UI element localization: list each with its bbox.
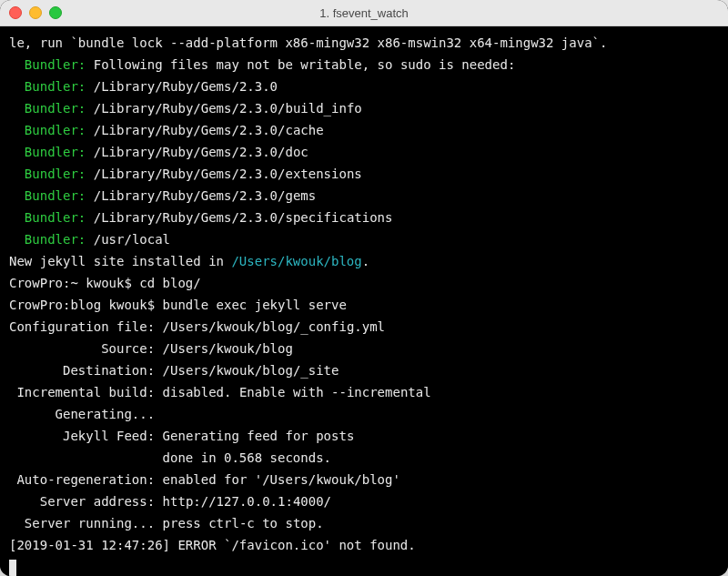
kv-label: Server address:	[40, 494, 155, 509]
command-input: bundle exec jekyll serve	[163, 298, 347, 312]
zoom-icon[interactable]	[49, 6, 62, 19]
kv-value: Generating feed for posts	[163, 429, 355, 443]
kv-value: disabled. Enable with --incremental	[163, 385, 431, 399]
output-line: .	[362, 254, 369, 268]
output-line: /usr/local	[94, 232, 170, 247]
bundler-label: Bundler:	[25, 210, 86, 225]
kv-label: Server running...	[25, 516, 155, 531]
kv-label: Jekyll Feed:	[63, 429, 155, 443]
bundler-label: Bundler:	[25, 145, 86, 159]
install-path: /Users/kwouk/blog	[231, 254, 361, 268]
cursor-icon	[9, 560, 16, 576]
command-input: cd blog/	[139, 276, 200, 290]
kv-value: /Users/kwouk/blog/_config.yml	[163, 319, 385, 334]
prompt: CrowPro:blog kwouk$	[9, 298, 163, 312]
output-line: le, run `bundle lock --add-platform x86-…	[9, 35, 607, 50]
terminal-window: 1. fsevent_watch le, run `bundle lock --…	[0, 0, 728, 576]
kv-label: Source:	[101, 341, 155, 356]
bundler-label: Bundler:	[25, 167, 86, 181]
window-title: 1. fsevent_watch	[0, 6, 728, 20]
kv-label: Generating...	[56, 407, 156, 421]
prompt: CrowPro:~ kwouk$	[9, 276, 139, 290]
traffic-lights	[9, 6, 62, 19]
kv-value: /Users/kwouk/blog/_site	[163, 363, 339, 378]
output-line: /Library/Ruby/Gems/2.3.0/gems	[94, 188, 316, 203]
kv-label: Configuration file:	[9, 319, 155, 334]
kv-value: /Users/kwouk/blog	[163, 341, 293, 356]
bundler-label: Bundler:	[25, 101, 86, 116]
bundler-label: Bundler:	[25, 57, 86, 72]
bundler-label: Bundler:	[25, 188, 86, 203]
kv-label: Destination:	[63, 363, 155, 378]
output-line: done in 0.568 seconds.	[163, 450, 331, 465]
close-icon[interactable]	[9, 6, 22, 19]
kv-label: Incremental build:	[16, 385, 155, 399]
kv-value: enabled for '/Users/kwouk/blog'	[163, 472, 400, 487]
terminal-body[interactable]: le, run `bundle lock --add-platform x86-…	[0, 26, 728, 576]
output-line: /Library/Ruby/Gems/2.3.0/build_info	[94, 101, 362, 116]
bundler-label: Bundler:	[25, 123, 86, 137]
minimize-icon[interactable]	[29, 6, 42, 19]
bundler-label: Bundler:	[25, 232, 86, 247]
bundler-label: Bundler:	[25, 79, 86, 94]
kv-value: http://127.0.0.1:4000/	[163, 494, 331, 509]
output-line: /Library/Ruby/Gems/2.3.0/cache	[94, 123, 324, 137]
titlebar: 1. fsevent_watch	[0, 0, 728, 26]
output-line: New jekyll site installed in	[9, 254, 231, 268]
error-line: [2019-01-31 12:47:26] ERROR `/favicon.ic…	[9, 538, 416, 552]
output-line: /Library/Ruby/Gems/2.3.0/doc	[94, 145, 308, 159]
kv-label: Auto-regeneration:	[16, 472, 155, 487]
output-line: /Library/Ruby/Gems/2.3.0/specifications	[94, 210, 393, 225]
output-line: /Library/Ruby/Gems/2.3.0	[94, 79, 278, 94]
kv-value: press ctrl-c to stop.	[163, 516, 324, 531]
output-line: /Library/Ruby/Gems/2.3.0/extensions	[94, 167, 362, 181]
output-line: Following files may not be writable, so …	[94, 57, 516, 72]
